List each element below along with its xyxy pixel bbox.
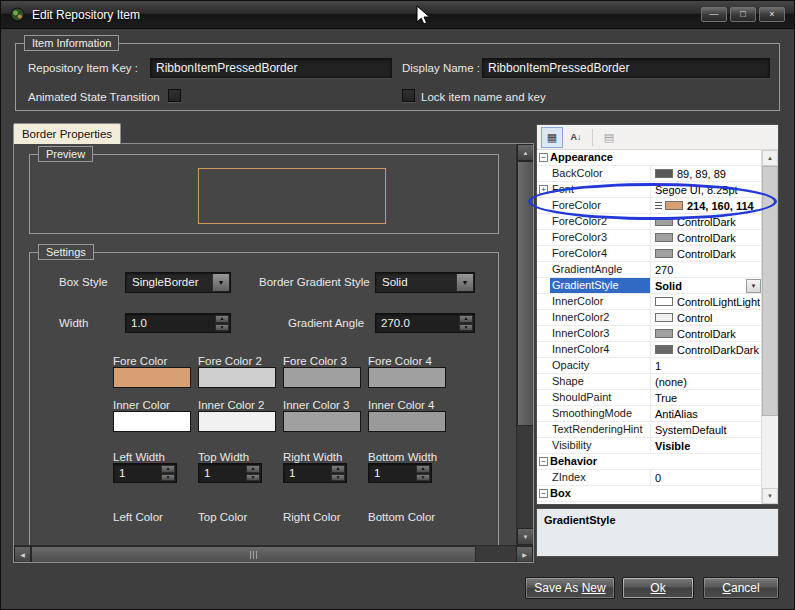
maximize-button[interactable]: □ [730, 7, 756, 22]
repository-item-key-input[interactable] [150, 58, 392, 78]
color-swatch [655, 345, 673, 354]
side-width-stepper[interactable]: 1▲▼ [198, 463, 262, 483]
property-grid-scrollbar[interactable]: ▲ ▼ [761, 150, 778, 504]
side-width-stepper[interactable]: 1▲▼ [113, 463, 177, 483]
property-category-behavior[interactable]: −Behavior [537, 454, 761, 470]
categorized-button[interactable]: ▦ [541, 127, 563, 148]
close-button[interactable]: × [759, 7, 785, 22]
description-title: GradientStyle [544, 514, 616, 526]
property-row-innercolor4[interactable]: InnerColor4ControlDarkDark [537, 342, 761, 358]
color-swatch-button[interactable] [283, 367, 361, 388]
width-stepper[interactable]: 1.0 ▲▼ [125, 313, 231, 333]
lock-item-checkbox[interactable] [402, 89, 415, 102]
color-swatch-button[interactable] [113, 367, 191, 388]
color-grid-label: Inner Color 4 [368, 399, 448, 411]
minimize-button[interactable]: — [701, 7, 727, 22]
down-arrow-icon[interactable]: ▼ [331, 474, 345, 482]
property-row-shouldpaint[interactable]: ShouldPaintTrue [537, 390, 761, 406]
scroll-up-icon[interactable]: ▲ [517, 144, 534, 161]
collapse-icon[interactable]: − [539, 153, 548, 162]
down-arrow-icon[interactable]: ▼ [161, 474, 175, 482]
scroll-down-icon[interactable]: ▼ [762, 488, 778, 504]
up-arrow-icon[interactable]: ▲ [215, 315, 229, 323]
vertical-scroll-thumb[interactable] [517, 161, 534, 426]
expand-icon[interactable]: + [539, 185, 548, 194]
side-width-stepper[interactable]: 1▲▼ [368, 463, 432, 483]
property-grid-rows: −AppearanceBackColor89, 89, 89+FontSegoe… [537, 150, 761, 504]
gradient-angle-stepper[interactable]: 270.0 ▲▼ [375, 313, 475, 333]
up-arrow-icon[interactable]: ▲ [246, 465, 260, 473]
alphabetical-sort-button[interactable]: A↓ [565, 127, 587, 148]
down-arrow-icon[interactable]: ▼ [416, 474, 430, 482]
color-swatch-button[interactable] [283, 411, 361, 432]
property-row-forecolor[interactable]: ForeColor214, 160, 114 [537, 198, 761, 214]
property-row-smoothingmode[interactable]: SmoothingModeAntiAlias [537, 406, 761, 422]
property-row-font[interactable]: +FontSegoe UI, 8.25pt [537, 182, 761, 198]
item-information-group: Item Information Repository Item Key : D… [15, 43, 780, 111]
collapse-icon[interactable]: − [539, 457, 548, 466]
property-value: 1 [651, 358, 761, 373]
property-category-box[interactable]: −Box [537, 486, 761, 502]
scroll-left-icon[interactable]: ◀ [14, 546, 31, 563]
property-value: 0 [651, 470, 761, 485]
horizontal-scroll-thumb[interactable] [31, 546, 476, 563]
preview-group: Preview [29, 154, 499, 234]
scroll-down-icon[interactable]: ▼ [517, 528, 534, 545]
up-arrow-icon[interactable]: ▲ [416, 465, 430, 473]
save-as-new-button[interactable]: Save As New [525, 577, 615, 599]
dropdown-button[interactable]: ▼ [746, 279, 761, 293]
property-row-innercolor3[interactable]: InnerColor3ControlDark [537, 326, 761, 342]
property-row-forecolor2[interactable]: ForeColor2ControlDark [537, 214, 761, 230]
down-arrow-icon[interactable]: ▼ [215, 324, 229, 332]
property-row-gradientstyle[interactable]: GradientStyleSolid▼ [537, 278, 761, 294]
collapse-icon[interactable]: − [539, 489, 548, 498]
property-row-forecolor4[interactable]: ForeColor4ControlDark [537, 246, 761, 262]
property-name: Visibility [550, 438, 651, 453]
property-row-innercolor2[interactable]: InnerColor2Control [537, 310, 761, 326]
color-swatch-button[interactable] [368, 367, 446, 388]
preview-group-label: Preview [38, 146, 93, 162]
titlebar[interactable]: Edit Repository Item — □ × [1, 1, 794, 29]
border-gradient-style-select[interactable]: Solid ▼ [375, 272, 475, 293]
property-value: AntiAlias [651, 406, 761, 421]
tab-border-properties[interactable]: Border Properties [13, 123, 121, 144]
vertical-scrollbar[interactable]: ▲ ▼ [516, 144, 533, 545]
ok-button[interactable]: Ok [622, 577, 694, 599]
up-arrow-icon[interactable]: ▲ [331, 465, 345, 473]
up-arrow-icon[interactable]: ▲ [161, 465, 175, 473]
down-arrow-icon[interactable]: ▼ [459, 324, 473, 332]
down-arrow-icon[interactable]: ▼ [246, 474, 260, 482]
property-name: InnerColor3 [550, 326, 651, 341]
display-name-input[interactable] [482, 58, 770, 78]
property-value: 89, 89, 89 [651, 166, 761, 181]
property-row-opacity[interactable]: Opacity1 [537, 358, 761, 374]
property-row-backcolor[interactable]: BackColor89, 89, 89 [537, 166, 761, 182]
cancel-button[interactable]: Cancel [703, 577, 779, 599]
color-grid-label: Fore Color [113, 355, 193, 367]
property-row-gradientangle[interactable]: GradientAngle270 [537, 262, 761, 278]
grid-scroll-thumb[interactable] [762, 166, 778, 416]
chevron-down-icon[interactable]: ▼ [212, 274, 229, 291]
property-row-innercolor[interactable]: InnerColorControlLightLight [537, 294, 761, 310]
category-label: Appearance [550, 150, 613, 165]
up-arrow-icon[interactable]: ▲ [459, 315, 473, 323]
color-swatch-button[interactable] [198, 411, 276, 432]
box-style-select[interactable]: SingleBorder ▼ [125, 272, 231, 293]
property-row-forecolor3[interactable]: ForeColor3ControlDark [537, 230, 761, 246]
property-row-visibility[interactable]: VisibilityVisible [537, 438, 761, 454]
chevron-down-icon[interactable]: ▼ [456, 274, 473, 291]
animated-state-transition-checkbox[interactable] [168, 89, 181, 102]
property-row-shape[interactable]: Shape(none) [537, 374, 761, 390]
color-swatch-button[interactable] [368, 411, 446, 432]
property-row-zindex[interactable]: ZIndex0 [537, 470, 761, 486]
property-row-textrenderinghint[interactable]: TextRenderingHintSystemDefault [537, 422, 761, 438]
color-swatch [655, 249, 673, 258]
color-swatch-button[interactable] [113, 411, 191, 432]
side-width-stepper[interactable]: 1▲▼ [283, 463, 347, 483]
property-category-appearance[interactable]: −Appearance [537, 150, 761, 166]
scroll-right-icon[interactable]: ▶ [516, 546, 533, 563]
window-title: Edit Repository Item [32, 8, 140, 22]
color-swatch-button[interactable] [198, 367, 276, 388]
scroll-up-icon[interactable]: ▲ [762, 150, 778, 166]
horizontal-scrollbar[interactable]: ◀ ▶ [14, 545, 533, 562]
